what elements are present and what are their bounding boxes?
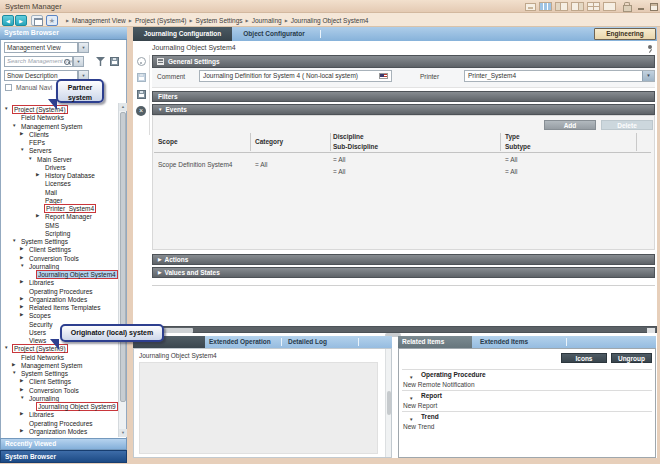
scroll-right-button[interactable] [647, 328, 655, 333]
printer-selector[interactable]: Printer_System4▼ [464, 70, 655, 82]
pin-icon[interactable] [646, 44, 654, 54]
tree-item[interactable]: ▶Organization Modes [1, 427, 118, 436]
chevron-down-icon[interactable]: ▼ [78, 42, 89, 53]
column-header-sub-discipline[interactable]: Sub-Discipline [333, 143, 378, 150]
tree-scrollbar[interactable]: ▲ ▼ [118, 103, 126, 437]
events-section-header[interactable]: ▼Events [152, 104, 655, 115]
expand-icon[interactable]: ▶ [36, 213, 39, 218]
column-header-discipline[interactable]: Discipline [333, 133, 364, 140]
breadcrumb-item[interactable]: System Settings [196, 17, 243, 24]
comment-input[interactable]: Journaling Definition for System 4 ( Non… [199, 70, 392, 82]
recently-viewed-bar[interactable]: Recently Viewed [0, 438, 127, 450]
cell-subtype[interactable]: = All [505, 168, 517, 175]
expand-icon[interactable]: ▶ [20, 246, 23, 251]
expand-icon[interactable]: ▶ [20, 255, 23, 260]
collapse-icon[interactable]: ▼ [20, 263, 24, 268]
breadcrumb-item[interactable]: Journaling [252, 17, 282, 24]
expand-icon[interactable]: ▶ [20, 304, 23, 309]
expand-icon[interactable]: ▶ [36, 172, 39, 177]
expand-icon[interactable]: ▶ [158, 270, 161, 275]
expand-icon[interactable]: ▶ [20, 296, 23, 301]
expand-icon[interactable]: ▶ [20, 387, 23, 392]
scrollbar-thumb[interactable] [387, 391, 391, 415]
manual-navigation-checkbox[interactable] [5, 84, 12, 91]
collapse-icon[interactable]: ▼ [409, 394, 413, 404]
collapse-icon[interactable]: ▼ [12, 238, 16, 243]
expand-icon[interactable]: ▶ [12, 362, 15, 367]
engineering-mode-button[interactable]: Engineering [594, 28, 656, 40]
tab-related-items[interactable]: Related Items [398, 336, 472, 348]
tab-detailed-log[interactable]: Detailed Log [288, 336, 327, 348]
related-item[interactable]: New Remote Notification [402, 380, 652, 390]
tab-extended-operation[interactable]: Extended Operation [209, 336, 271, 348]
sync-icon[interactable] [137, 57, 146, 66]
related-items-group-header[interactable]: ▼Operating Procedure [402, 370, 652, 380]
chevron-down-icon[interactable]: ▼ [642, 71, 654, 81]
actions-section-header[interactable]: ▶Actions [152, 254, 655, 265]
breadcrumb-item[interactable]: Management View [72, 17, 126, 24]
window-mode-icon[interactable] [31, 15, 43, 26]
collapse-icon[interactable]: ▼ [4, 106, 8, 111]
layout-split-right-icon[interactable] [571, 2, 584, 11]
collapse-icon[interactable]: ▼ [4, 345, 8, 350]
horizontal-scrollbar[interactable] [150, 326, 657, 333]
tab-object-configurator[interactable]: Object Configurator [232, 27, 316, 41]
layout-grid-icon[interactable] [587, 2, 600, 11]
layout-split-left-icon[interactable] [555, 2, 568, 11]
related-items-group-header[interactable]: ▼Trend [402, 412, 652, 422]
collapse-icon[interactable]: ▼ [158, 107, 162, 112]
tree-item-label[interactable]: Organization Modes [28, 427, 88, 436]
cell-discipline[interactable]: = All [333, 156, 345, 163]
collapse-icon[interactable]: ▼ [20, 147, 24, 152]
collapse-icon[interactable]: ▼ [20, 395, 24, 400]
column-header-type[interactable]: Type [505, 133, 520, 140]
tab-extended-items[interactable]: Extended Items [480, 336, 528, 348]
layout-single-icon[interactable] [603, 2, 616, 11]
icons-button[interactable]: Icons [561, 353, 607, 363]
cell-sub-discipline[interactable]: = All [333, 168, 345, 175]
breadcrumb-item[interactable]: Project (System4) [135, 17, 187, 24]
forward-icon[interactable]: ▶ [15, 15, 27, 26]
general-settings-header[interactable]: General Settings [152, 55, 655, 68]
related-items-group-header[interactable]: ▼Report [402, 391, 652, 401]
vertical-scrollbar[interactable] [385, 349, 391, 457]
scrollbar-thumb[interactable] [120, 112, 126, 402]
minimize-icon[interactable] [637, 3, 645, 11]
search-input[interactable]: Search Management Vie [4, 56, 73, 67]
lock-icon[interactable] [623, 2, 630, 11]
save-search-icon[interactable] [110, 57, 119, 66]
cell-type[interactable]: = All [505, 156, 517, 163]
tab-journaling-configuration[interactable]: Journaling Configuration [133, 27, 232, 41]
collapse-icon[interactable]: ▼ [12, 370, 16, 375]
expand-icon[interactable]: ▶ [20, 279, 23, 284]
discard-icon[interactable]: × [136, 106, 146, 116]
column-header-subtype[interactable]: Subtype [505, 143, 531, 150]
layout-columns-icon[interactable] [539, 2, 552, 11]
cell-scope[interactable]: Scope Definition System4 [158, 161, 232, 168]
column-header-category[interactable]: Category [255, 138, 283, 145]
filters-section-header[interactable]: Filters [152, 91, 655, 102]
ungroup-button[interactable]: Ungroup [611, 353, 652, 363]
values-states-section-header[interactable]: ▶Values and States [152, 267, 655, 278]
related-item[interactable]: New Report [402, 401, 652, 411]
expand-icon[interactable]: ▶ [20, 378, 23, 383]
back-icon[interactable]: ◀ [2, 15, 14, 26]
save-as-icon[interactable] [137, 90, 146, 99]
favorites-star-icon[interactable]: ★ [46, 15, 58, 26]
maximize-icon[interactable] [650, 3, 658, 11]
collapse-icon[interactable]: ▼ [409, 373, 413, 383]
chevron-down-icon[interactable]: ▼ [73, 56, 84, 67]
system-browser-bar[interactable]: System Browser [0, 450, 127, 463]
collapse-icon[interactable]: ▼ [12, 123, 16, 128]
column-header-scope[interactable]: Scope [158, 138, 178, 145]
expand-icon[interactable]: ▶ [20, 312, 23, 317]
expand-icon[interactable]: ▶ [158, 257, 161, 262]
expand-icon[interactable]: ▶ [20, 428, 23, 433]
collapse-icon[interactable]: ▼ [28, 156, 32, 161]
scroll-down-icon[interactable]: ▼ [119, 429, 127, 437]
expand-icon[interactable]: ▶ [20, 131, 23, 136]
view-selector[interactable]: Management View [4, 42, 78, 53]
expand-icon[interactable]: ▶ [20, 411, 23, 416]
scroll-up-icon[interactable]: ▲ [119, 103, 127, 111]
related-item[interactable]: New Trend [402, 422, 652, 432]
